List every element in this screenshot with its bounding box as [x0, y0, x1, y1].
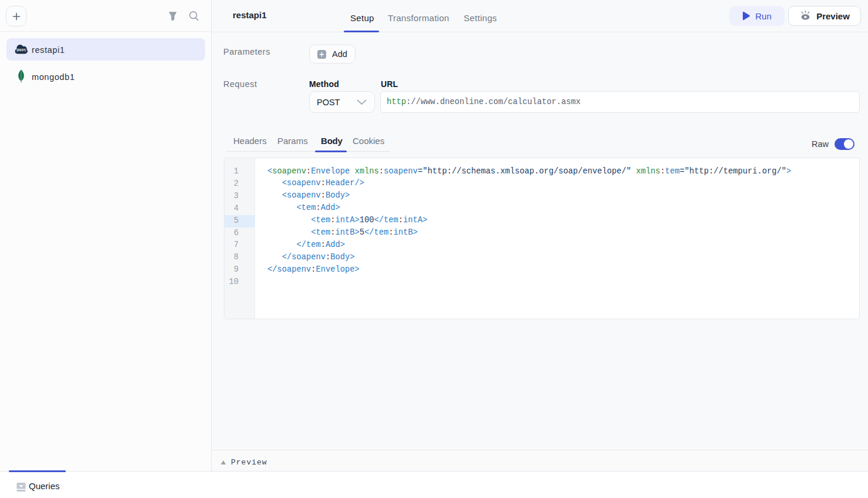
svg-text:{REST}: {REST} — [16, 49, 26, 52]
